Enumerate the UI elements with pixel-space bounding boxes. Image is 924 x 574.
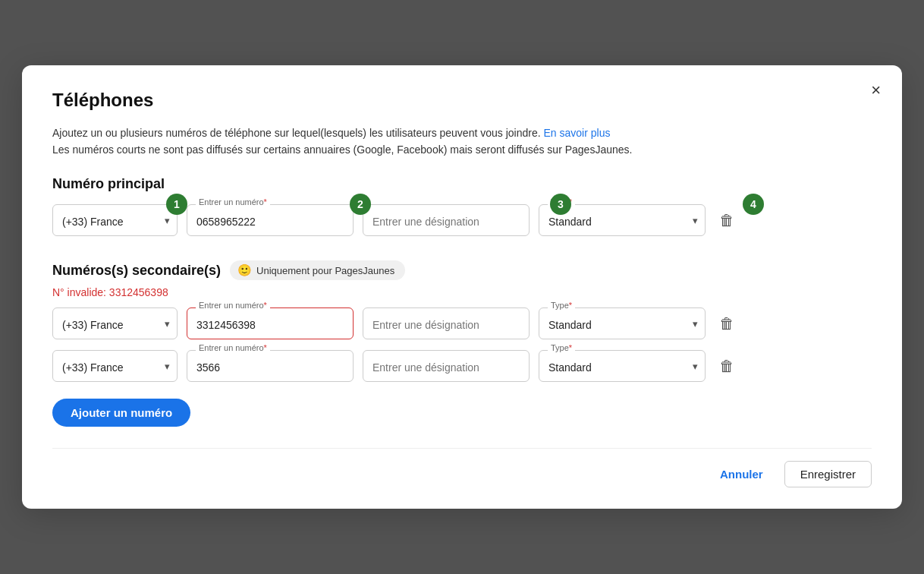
principal-country-select[interactable]: (+33) France ( +1) USA (+44) UK [52, 204, 178, 236]
principal-number-input[interactable] [187, 204, 354, 236]
modal-title: Téléphones [52, 90, 872, 111]
learn-more-link[interactable]: En savoir plus [544, 127, 611, 139]
secondary-designation-field-2 [363, 350, 530, 382]
error-message: N° invalide: 3312456398 [52, 286, 872, 298]
principal-country-field: (+33) France ( +1) USA (+44) UK ▾ [52, 204, 178, 236]
principal-designation-input[interactable] [363, 204, 530, 236]
secondary-designation-input-1[interactable] [363, 308, 530, 339]
step-badge-4: 4 [743, 194, 764, 215]
secondary-type-select-2[interactable]: Standard Mobile Fax [539, 350, 706, 382]
principal-number-field: Entrer un numéro* [187, 204, 354, 236]
modal-description: Ajoutez un ou plusieurs numéros de télép… [52, 125, 872, 159]
secondary-country-select-2[interactable]: (+33) France [52, 350, 178, 382]
close-button[interactable]: × [868, 79, 884, 102]
secondary-country-field-2: (+33) France ▾ [52, 350, 178, 382]
cancel-button[interactable]: Annuler [711, 462, 772, 487]
secondary-section-header: Numéros(s) secondaire(s) 🙂 Uniquement po… [52, 260, 872, 280]
secondary-delete-button-1[interactable]: 🗑 [715, 311, 739, 337]
modal: × Téléphones Ajoutez un ou plusieurs num… [22, 65, 902, 509]
secondary-number-label-2: Entrer un numéro* [196, 343, 270, 352]
secondary-number-input-1[interactable] [187, 308, 354, 339]
secondary-designation-input-2[interactable] [363, 350, 530, 382]
secondary-section-title: Numéros(s) secondaire(s) [52, 263, 221, 279]
secondary-type-field-1: Type* Standard Mobile Fax ▾ [539, 308, 706, 339]
secondary-number-input-2[interactable] [187, 350, 354, 382]
step-badge-1: 1 [166, 194, 187, 215]
principal-delete-button[interactable]: 🗑 [715, 207, 739, 234]
secondary-country-field-1: (+33) France ▾ [52, 308, 178, 339]
secondary-type-field-2: Type* Standard Mobile Fax ▾ [539, 350, 706, 382]
secondary-country-select-1[interactable]: (+33) France [52, 308, 178, 339]
secondary-designation-field-1 [363, 308, 530, 339]
secondary-number-label-1: Entrer un numéro* [196, 301, 270, 310]
secondary-phone-row-1: (+33) France ▾ Entrer un numéro* Type* [52, 308, 872, 339]
modal-footer: Annuler Enregistrer [52, 448, 872, 487]
number-field-label: Entrer un numéro* [196, 197, 270, 207]
secondary-delete-button-2[interactable]: 🗑 [715, 353, 739, 380]
save-button[interactable]: Enregistrer [784, 461, 872, 487]
secondary-phone-row-2: (+33) France ▾ Entrer un numéro* Type* [52, 350, 872, 382]
secondary-type-label-1: Type* [548, 301, 575, 310]
pages-jaunes-badge: 🙂 Uniquement pour PagesJaunes [230, 260, 405, 280]
secondary-number-field-2: Entrer un numéro* [187, 350, 354, 382]
principal-section-title: Numéro principal [52, 176, 872, 192]
secondary-number-field-1: Entrer un numéro* [187, 308, 354, 339]
secondary-type-label-2: Type* [548, 343, 575, 352]
secondary-type-select-1[interactable]: Standard Mobile Fax [539, 308, 706, 339]
smile-icon: 🙂 [237, 263, 252, 277]
modal-overlay: × Téléphones Ajoutez un ou plusieurs num… [0, 0, 924, 574]
add-number-button[interactable]: Ajouter un numéro [52, 399, 190, 427]
principal-phone-row: 1 2 3 4 (+33) France ( +1) USA (+44) UK … [52, 204, 872, 236]
principal-designation-field [363, 204, 530, 236]
